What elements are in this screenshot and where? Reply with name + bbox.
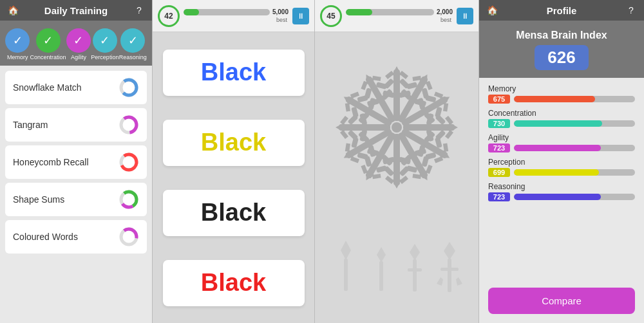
stat-reasoning-bar: 723	[488, 192, 635, 201]
stat-concentration-bg	[514, 120, 635, 127]
piece-4[interactable]	[437, 242, 462, 292]
svg-marker-35	[437, 277, 443, 286]
game2-score-circle: 45	[320, 5, 342, 27]
list-item-shapesums[interactable]: Shape Sums	[5, 183, 147, 216]
reasoning-icon: ✓	[120, 28, 145, 53]
stat-agility-bg	[514, 145, 635, 151]
stat-concentration-bar: 730	[488, 119, 635, 128]
word-text-3: Black	[201, 269, 266, 297]
snowflake-pieces	[332, 241, 462, 292]
svg-point-24	[392, 122, 402, 133]
svg-point-5	[125, 121, 133, 129]
agility-label: Agility	[71, 54, 86, 60]
svg-marker-36	[456, 277, 462, 286]
stat-reasoning-label: Reasoning	[488, 182, 635, 191]
stat-agility-label: Agility	[488, 133, 635, 142]
daily-title: Daily Training	[44, 5, 108, 16]
category-perception[interactable]: ✓ Perception	[91, 28, 118, 60]
game1-header: 42 5,000 best ⏸	[153, 0, 314, 32]
stat-agility: Agility 723	[488, 133, 635, 152]
category-icons: ✓ Memory ✓ Concentration ✓ Agility ✓ Per…	[0, 21, 152, 66]
svg-marker-29	[410, 244, 420, 261]
category-reasoning[interactable]: ✓ Reasoning	[119, 28, 147, 60]
snowflake-area	[315, 32, 478, 323]
daily-help-icon[interactable]: ?	[133, 4, 146, 17]
stat-perception-bg	[514, 169, 635, 176]
perception-label: Perception	[91, 54, 118, 60]
game1-progress: 5,000 best	[184, 8, 289, 23]
stat-reasoning-fill	[514, 194, 601, 200]
panel-profile: 🏠 Profile ? Mensa Brain Index 626 Memory…	[479, 0, 644, 323]
list-item-colouredwords[interactable]: Coloured Words	[5, 220, 147, 254]
shapesums-label: Shape Sums	[13, 194, 64, 205]
stat-perception-fill	[514, 169, 599, 176]
concentration-icon: ✓	[36, 28, 61, 53]
stat-perception: Perception 699	[488, 158, 635, 177]
compare-button[interactable]: Compare	[488, 288, 635, 314]
stat-memory-bar: 675	[488, 95, 635, 104]
concentration-label: Concentration	[30, 54, 66, 60]
svg-point-15	[125, 233, 133, 241]
colouredwords-donut	[118, 226, 139, 247]
stat-memory: Memory 675	[488, 84, 635, 104]
game1-progress-fill	[184, 9, 199, 15]
tangram-donut	[118, 115, 139, 135]
word-text-2: Black	[201, 199, 266, 226]
svg-marker-23	[399, 71, 408, 79]
piece-3[interactable]	[402, 244, 427, 292]
svg-point-2	[125, 84, 133, 91]
panel-game1: 42 5,000 best ⏸ Black Black Black Black	[153, 0, 315, 323]
daily-home-icon[interactable]: 🏠	[6, 4, 19, 17]
colouredwords-label: Coloured Words	[13, 232, 78, 242]
list-item-honeycomb[interactable]: Honeycomb Recall	[5, 145, 147, 179]
profile-home-icon[interactable]: 🏠	[486, 4, 498, 17]
game1-progress-bg	[184, 9, 270, 15]
word-text-0: Black	[201, 59, 266, 86]
profile-help-icon[interactable]: ?	[625, 4, 638, 17]
svg-rect-33	[448, 259, 451, 292]
panel-daily: 🏠 Daily Training ? ✓ Memory ✓ Concentrat…	[0, 0, 153, 323]
category-concentration[interactable]: ✓ Concentration	[30, 28, 66, 60]
word-card-1[interactable]: Black	[163, 120, 305, 166]
svg-point-8	[125, 158, 133, 166]
svg-marker-25	[341, 241, 351, 260]
stat-memory-fill	[514, 96, 595, 102]
word-card-2[interactable]: Black	[163, 190, 305, 236]
stat-reasoning-score: 723	[488, 192, 510, 201]
word-card-3[interactable]: Black	[163, 260, 305, 306]
piece-1[interactable]	[332, 241, 361, 292]
game1-score: 42	[164, 12, 173, 21]
category-memory[interactable]: ✓ Memory	[5, 28, 30, 60]
game2-progress: 2,000 best	[346, 8, 453, 23]
svg-rect-26	[344, 259, 348, 291]
stat-agility-bar: 723	[488, 143, 635, 152]
stat-perception-bar: 699	[488, 168, 635, 177]
mensa-section: Mensa Brain Index 626	[479, 21, 644, 78]
honeycomb-label: Honeycomb Recall	[13, 157, 89, 167]
stat-reasoning-bg	[514, 194, 635, 200]
game2-pause-button[interactable]: ⏸	[457, 8, 473, 24]
game2-progress-fill	[346, 9, 372, 15]
list-item-snowflake[interactable]: Snowflake Match	[5, 71, 147, 104]
memory-icon: ✓	[5, 28, 30, 53]
svg-point-11	[125, 196, 133, 203]
category-agility[interactable]: ✓ Agility	[66, 28, 91, 60]
svg-marker-22	[385, 71, 394, 79]
panel-game2: 45 2,000 best ⏸	[315, 0, 479, 323]
game2-progress-row: 2,000	[346, 8, 453, 15]
stat-reasoning: Reasoning 723	[488, 182, 635, 201]
game1-pause-button[interactable]: ⏸	[292, 8, 309, 24]
piece-2[interactable]	[370, 247, 393, 292]
word-text-1: Black	[201, 129, 266, 156]
tangram-label: Tangram	[13, 120, 48, 130]
stat-memory-label: Memory	[488, 84, 635, 93]
snowflake-label: Snowflake Match	[13, 82, 82, 93]
stat-perception-label: Perception	[488, 158, 635, 167]
list-item-tangram[interactable]: Tangram	[5, 108, 147, 142]
stat-agility-fill	[514, 145, 601, 151]
reasoning-label: Reasoning	[119, 54, 147, 60]
stat-concentration: Concentration 730	[488, 109, 635, 128]
word-card-0[interactable]: Black	[163, 50, 305, 96]
snowflake-main	[332, 63, 461, 192]
profile-header: 🏠 Profile ?	[479, 0, 644, 21]
